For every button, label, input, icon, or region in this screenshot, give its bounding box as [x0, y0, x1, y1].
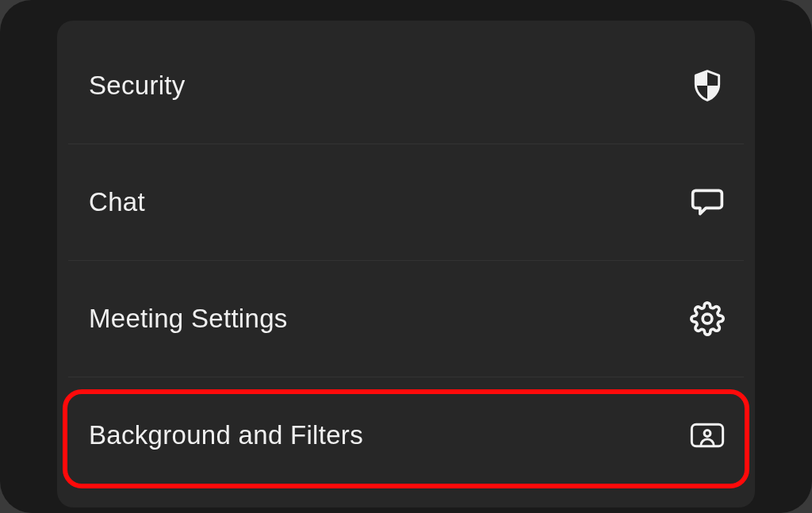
chat-icon	[688, 183, 726, 221]
menu-item-label: Security	[89, 71, 186, 101]
settings-menu-panel: Security Chat	[57, 21, 755, 507]
shield-icon	[688, 67, 726, 105]
app-window: Security Chat	[0, 0, 812, 513]
menu-item-label: Chat	[89, 187, 145, 217]
menu-item-meeting-settings[interactable]: Meeting Settings	[57, 260, 755, 377]
menu-item-security[interactable]: Security	[57, 27, 755, 144]
person-frame-icon	[688, 416, 726, 454]
menu-item-label: Meeting Settings	[89, 304, 288, 334]
svg-point-2	[704, 430, 710, 436]
menu-item-label: Background and Filters	[89, 420, 363, 450]
menu-item-chat[interactable]: Chat	[57, 144, 755, 260]
gear-icon	[688, 300, 726, 338]
svg-point-0	[703, 314, 712, 323]
menu-item-background-and-filters[interactable]: Background and Filters	[57, 377, 755, 493]
